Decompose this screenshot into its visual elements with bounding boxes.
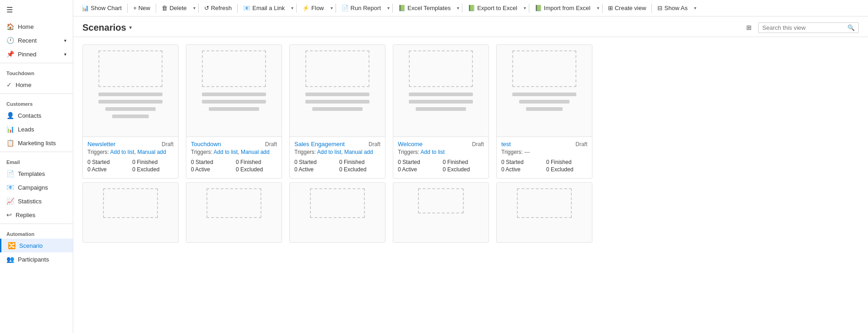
email-dropdown-arrow[interactable]: ▾ xyxy=(289,5,295,11)
create-view-button[interactable]: ⊞ Create view xyxy=(603,0,651,16)
excel-templates-dropdown[interactable]: ▾ xyxy=(455,5,461,11)
run-report-button[interactable]: 📄 Run Report xyxy=(337,0,385,16)
export-dropdown-arrow[interactable]: ▾ xyxy=(522,5,528,11)
email-link-button[interactable]: 📧 Email a Link xyxy=(239,0,289,16)
show-as-button[interactable]: ⊟ Show As xyxy=(653,0,692,16)
sidebar-item-label: Recent xyxy=(18,37,37,44)
scenario-card-welcome[interactable]: Welcome Draft Triggers: Add to list 0 St… xyxy=(393,44,489,179)
sidebar-item-label: Campaigns xyxy=(18,184,48,191)
card-title-row: Touchdown Draft xyxy=(191,141,277,147)
trigger-link[interactable]: Manual add xyxy=(344,149,373,155)
search-icon: 🔍 xyxy=(847,24,855,31)
sidebar-item-marketing-lists[interactable]: 📋 Marketing lists xyxy=(0,136,73,150)
stat-finished: 0 Finished xyxy=(236,159,277,165)
trigger-link[interactable]: Add to list xyxy=(421,149,445,155)
preview-box xyxy=(418,188,464,213)
card-title[interactable]: Welcome xyxy=(398,141,423,147)
stat-started: 0 Started xyxy=(294,159,336,165)
scenario-card-newsletter[interactable]: Newsletter Draft Triggers: Add to list, … xyxy=(82,44,179,179)
trigger-link[interactable]: Manual add xyxy=(241,149,270,155)
scenario-card-touchdown[interactable]: Touchdown Draft Triggers: Add to list, M… xyxy=(186,44,282,179)
filter-icon[interactable]: ⊞ xyxy=(743,22,754,33)
sidebar-item-templates[interactable]: 📄 Templates xyxy=(0,167,73,180)
show-as-dropdown-arrow[interactable]: ▾ xyxy=(692,5,698,11)
separator xyxy=(392,4,393,13)
scenario-card-placeholder-2[interactable] xyxy=(186,182,282,243)
scenario-card-placeholder-5[interactable] xyxy=(496,182,592,243)
import-dropdown-arrow[interactable]: ▾ xyxy=(595,5,601,11)
report-icon: 📄 xyxy=(342,5,349,11)
sidebar-item-pinned[interactable]: 📌 Pinned ▾ xyxy=(0,47,73,61)
scenario-card-placeholder-3[interactable] xyxy=(289,182,385,243)
preview-line xyxy=(98,100,163,104)
sidebar-item-recent[interactable]: 🕐 Recent ▾ xyxy=(0,33,73,47)
card-title[interactable]: Touchdown xyxy=(191,141,221,147)
card-preview xyxy=(186,183,282,242)
preview-line xyxy=(519,100,570,104)
delete-button[interactable]: 🗑 Delete xyxy=(157,0,191,16)
sidebar-item-participants[interactable]: 👥 Participants xyxy=(0,252,73,266)
sidebar-item-replies[interactable]: ↩ Replies xyxy=(0,208,73,222)
hamburger-icon[interactable]: ☰ xyxy=(0,0,73,20)
flow-button[interactable]: ⚡ Flow xyxy=(298,0,328,16)
trigger-link[interactable]: Manual add xyxy=(137,149,166,155)
card-status: Draft xyxy=(369,141,380,147)
page-header: Scenarios ▾ ⊞ 🔍 xyxy=(73,16,868,37)
delete-dropdown-arrow[interactable]: ▾ xyxy=(191,5,197,11)
sidebar-item-label: Home xyxy=(16,82,32,88)
card-triggers: Triggers: Add to list, Manual add xyxy=(191,149,277,155)
sidebar-item-touchdown-home[interactable]: ✓ Home xyxy=(0,78,73,92)
new-label: + New xyxy=(133,5,150,11)
trigger-link[interactable]: Add to list xyxy=(317,149,342,155)
sidebar-item-campaigns[interactable]: 📧 Campaigns xyxy=(0,180,73,194)
scenario-card-placeholder-4[interactable] xyxy=(393,182,489,243)
divider xyxy=(0,93,73,94)
sidebar-item-leads[interactable]: 📊 Leads xyxy=(0,122,73,136)
delete-icon: 🗑 xyxy=(162,5,168,11)
card-stats: 0 Started 0 Finished 0 Active 0 Excluded xyxy=(398,159,484,176)
card-status: Draft xyxy=(162,141,174,147)
report-dropdown-arrow[interactable]: ▾ xyxy=(385,5,391,11)
separator xyxy=(198,4,199,13)
scenario-card-placeholder-1[interactable] xyxy=(82,182,179,243)
refresh-label: Refresh xyxy=(211,5,232,11)
excel-templates-button[interactable]: 📗 Excel Templates xyxy=(394,0,455,16)
card-preview xyxy=(393,45,488,136)
separator xyxy=(602,4,602,13)
export-excel-button[interactable]: 📗 Export to Excel xyxy=(463,0,521,16)
card-title-row: test Draft xyxy=(501,141,587,147)
sidebar-item-contacts[interactable]: 👤 Contacts xyxy=(0,109,73,122)
new-button[interactable]: + New xyxy=(129,0,155,16)
card-title[interactable]: test xyxy=(501,141,511,147)
preview-line xyxy=(98,93,163,96)
stat-value: 0 Started xyxy=(87,159,110,165)
trigger-link[interactable]: Add to list xyxy=(214,149,238,155)
card-triggers: Triggers: Add to list xyxy=(398,149,484,155)
separator xyxy=(651,4,652,13)
flow-dropdown-arrow[interactable]: ▾ xyxy=(329,5,335,11)
preview-line xyxy=(202,100,266,104)
stat-value: 0 Finished xyxy=(339,159,364,165)
sidebar-item-scenario[interactable]: 🔀 Scenario xyxy=(0,239,73,252)
card-title[interactable]: Sales Engagement xyxy=(294,141,345,147)
search-input[interactable] xyxy=(762,24,845,31)
refresh-icon: ↺ xyxy=(204,5,209,11)
refresh-button[interactable]: ↺ Refresh xyxy=(200,0,237,16)
preview-line xyxy=(202,93,266,96)
sidebar-item-home[interactable]: 🏠 Home xyxy=(0,20,73,33)
sidebar-item-statistics[interactable]: 📈 Statistics xyxy=(0,194,73,208)
scenario-card-test[interactable]: test Draft Triggers: --- 0 Started 0 Fin… xyxy=(496,44,592,179)
stat-finished: 0 Finished xyxy=(443,159,484,165)
sidebar-section-customers: Customers xyxy=(0,96,73,109)
card-title[interactable]: Newsletter xyxy=(87,141,115,147)
scenario-card-sales-engagement[interactable]: Sales Engagement Draft Triggers: Add to … xyxy=(289,44,385,179)
import-excel-button[interactable]: 📗 Import from Excel xyxy=(530,0,595,16)
content-area: Scenarios ▾ ⊞ 🔍 xyxy=(73,16,868,333)
card-preview xyxy=(186,45,282,136)
sidebar-item-label: Marketing lists xyxy=(18,140,56,147)
trigger-link[interactable]: Add to list xyxy=(110,149,135,155)
show-chart-label: Show Chart xyxy=(91,5,122,11)
page-title-chevron-icon[interactable]: ▾ xyxy=(129,24,132,31)
show-chart-button[interactable]: 📊 Show Chart xyxy=(77,0,126,16)
excel-icon: 📗 xyxy=(398,5,406,11)
